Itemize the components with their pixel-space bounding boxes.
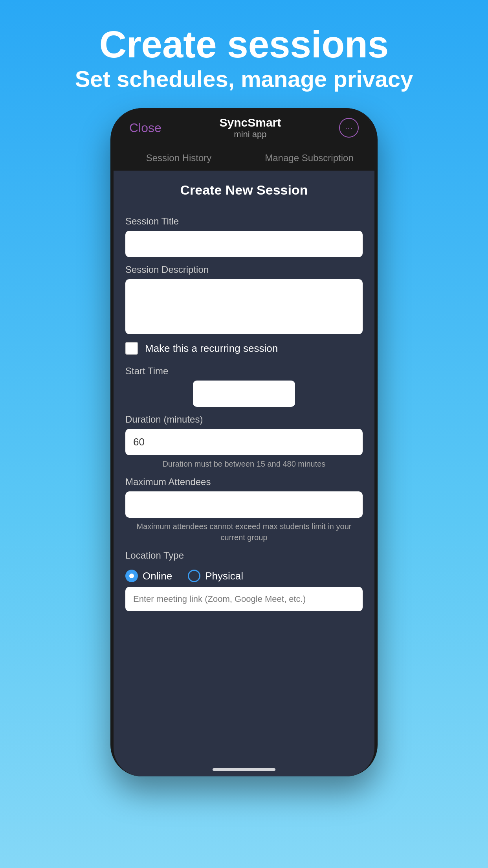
max-attendees-hint: Maximum attendees cannot exceed max stud… [125, 521, 363, 543]
duration-hint: Duration must be between 15 and 480 minu… [125, 458, 363, 469]
start-time-input[interactable] [193, 381, 295, 407]
app-title-area: SyncSmart mini app [220, 116, 281, 140]
app-subtitle: mini app [234, 129, 266, 139]
online-label: Online [143, 570, 172, 582]
promo-subtitle: Set schedules, manage privacy [75, 65, 413, 93]
promo-header: Create sessions Set schedules, manage pr… [75, 0, 413, 104]
duration-label: Duration (minutes) [125, 414, 363, 425]
phone-frame: Close SyncSmart mini app ··· Session His… [110, 108, 378, 776]
home-indicator [213, 768, 275, 771]
max-attendees-input[interactable] [125, 491, 363, 518]
recurring-checkbox[interactable] [125, 342, 138, 355]
location-type-label: Location Type [125, 550, 363, 561]
start-time-label: Start Time [125, 366, 363, 377]
physical-option[interactable]: Physical [188, 570, 243, 582]
duration-input[interactable]: 60 [125, 429, 363, 455]
recurring-label: Make this a recurring session [145, 342, 278, 355]
online-radio[interactable] [125, 570, 138, 582]
more-options-button[interactable]: ··· [339, 118, 359, 138]
phone-screen: Close SyncSmart mini app ··· Session His… [114, 108, 374, 776]
meeting-link-input[interactable] [125, 587, 363, 611]
session-title-label: Session Title [125, 216, 363, 227]
session-description-input[interactable] [125, 279, 363, 334]
recurring-row: Make this a recurring session [125, 342, 363, 355]
close-button[interactable]: Close [129, 121, 161, 135]
session-description-label: Session Description [125, 264, 363, 275]
tab-manage-subscription[interactable]: Manage Subscription [244, 145, 374, 171]
tab-session-history[interactable]: Session History [114, 145, 244, 171]
online-option[interactable]: Online [125, 570, 172, 582]
tabs-row: Session History Manage Subscription [114, 145, 374, 171]
session-title-input[interactable] [125, 231, 363, 257]
location-type-row: Online Physical [125, 570, 363, 582]
app-name: SyncSmart [220, 116, 281, 129]
screen-content: Create New Session Session Title Session… [114, 171, 374, 776]
top-bar: Close SyncSmart mini app ··· [114, 108, 374, 145]
physical-radio[interactable] [188, 570, 200, 582]
max-attendees-label: Maximum Attendees [125, 476, 363, 487]
start-time-wrap [125, 381, 363, 407]
form-title: Create New Session [125, 182, 363, 198]
physical-label: Physical [205, 570, 243, 582]
promo-title: Create sessions [75, 24, 413, 65]
